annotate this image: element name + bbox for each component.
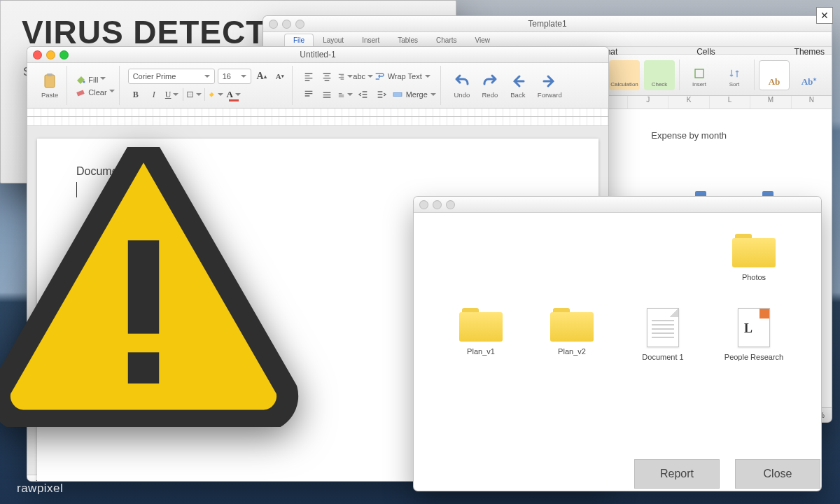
underline-button[interactable]: U xyxy=(164,87,180,102)
align-top-button[interactable] xyxy=(301,87,316,102)
wordproc-title: Untitled-1 xyxy=(27,50,608,59)
col-header[interactable]: N xyxy=(791,96,832,108)
close-icon[interactable]: ✕ xyxy=(816,7,833,24)
paste-button[interactable]: Paste xyxy=(37,69,62,102)
spreadsheet-menubar: File Layout Insert Tables Charts View xyxy=(263,32,832,47)
undo-button[interactable]: Undo xyxy=(449,69,475,102)
ruler[interactable] xyxy=(27,108,608,126)
check-button[interactable]: Check xyxy=(644,60,675,90)
document-heading: Document 1 xyxy=(76,165,559,178)
folder-item[interactable]: Photos xyxy=(715,234,792,281)
col-header[interactable]: L xyxy=(709,96,750,108)
file-browser-window: PhotosPlan_v1Plan_v2Document 1LPeople Re… xyxy=(413,196,822,491)
col-header[interactable]: J xyxy=(627,96,668,108)
report-button[interactable]: Report xyxy=(634,459,720,489)
spreadsheet-title: Template1 xyxy=(263,19,832,29)
window-minimize-icon[interactable] xyxy=(433,200,442,209)
svg-rect-3 xyxy=(47,74,52,76)
svg-rect-5 xyxy=(77,90,85,96)
file-label: People Research xyxy=(724,353,783,361)
ab-theme-button[interactable]: Ab xyxy=(759,60,790,90)
file-label: Document 1 xyxy=(642,353,683,361)
file-label: Plan_v1 xyxy=(467,347,495,356)
svg-rect-2 xyxy=(45,75,55,88)
col-header[interactable]: M xyxy=(750,96,790,108)
file-grid: PhotosPlan_v1Plan_v2Document 1LPeople Re… xyxy=(414,213,821,382)
italic-button[interactable]: I xyxy=(146,87,162,102)
folder-icon xyxy=(732,234,776,267)
border-button[interactable] xyxy=(186,87,202,102)
tab-charts[interactable]: Charts xyxy=(427,34,465,46)
font-theme-button[interactable]: Ab✶ xyxy=(794,60,825,90)
close-button[interactable]: Close xyxy=(735,459,820,489)
document-icon xyxy=(647,308,679,347)
tab-file[interactable]: File xyxy=(284,34,314,46)
col-header[interactable]: K xyxy=(668,96,708,108)
tab-tables[interactable]: Tables xyxy=(388,34,427,46)
tab-insert[interactable]: Insert xyxy=(353,34,388,46)
align-middle-button[interactable] xyxy=(319,87,335,102)
window-minimize-icon[interactable] xyxy=(46,50,55,59)
merge-button[interactable]: Merge xyxy=(392,87,436,102)
document-item[interactable]: Document 1 xyxy=(624,308,701,361)
insert-cell-button[interactable]: Insert xyxy=(684,60,715,90)
eraser-icon xyxy=(76,87,85,97)
shrink-font-button[interactable]: A▾ xyxy=(272,69,288,84)
redo-button[interactable]: Redo xyxy=(477,69,503,102)
folder-icon xyxy=(550,308,594,342)
caption-cells: Cells xyxy=(696,47,715,54)
document-icon: L xyxy=(738,308,770,347)
spreadsheet-titlebar[interactable]: Template1 xyxy=(263,16,832,32)
align-left-button[interactable] xyxy=(301,69,316,84)
svg-rect-0 xyxy=(695,69,704,78)
clear-button[interactable]: Clear xyxy=(88,88,114,97)
document-item[interactable]: LPeople Research xyxy=(715,308,792,361)
caption-themes: Themes xyxy=(794,47,825,54)
indent-right-button[interactable] xyxy=(374,87,389,102)
align-center-button[interactable] xyxy=(319,69,335,84)
file-label: Photos xyxy=(742,273,766,281)
back-button[interactable]: Back xyxy=(505,69,531,102)
forward-button[interactable]: Forward xyxy=(533,69,566,102)
paint-bucket-icon xyxy=(76,74,85,84)
calculation-button[interactable]: Calculation xyxy=(609,60,640,90)
sort-button[interactable]: Sort xyxy=(719,60,750,90)
window-zoom-icon[interactable] xyxy=(295,20,304,29)
font-name-select[interactable]: Corier Prime xyxy=(128,69,215,84)
window-minimize-icon[interactable] xyxy=(282,20,291,29)
indent-left-button[interactable] xyxy=(356,87,371,102)
window-close-icon[interactable] xyxy=(269,20,278,29)
file-browser-titlebar[interactable] xyxy=(414,197,821,213)
folder-icon xyxy=(459,308,503,342)
window-zoom-icon[interactable] xyxy=(59,50,69,59)
grow-font-button[interactable]: A▴ xyxy=(254,69,270,84)
window-close-icon[interactable] xyxy=(33,50,42,59)
align-bottom-button[interactable] xyxy=(337,87,353,102)
text-cursor xyxy=(76,182,77,197)
align-right-button[interactable] xyxy=(337,69,353,84)
folder-item[interactable]: Plan_v1 xyxy=(442,308,519,356)
chart-title: Expense by month xyxy=(651,130,727,141)
ribbon: Paste Fill Clear Corier Prime 16 A▴ A▾ B xyxy=(27,63,608,108)
tab-layout[interactable]: Layout xyxy=(314,34,353,46)
window-close-icon[interactable] xyxy=(419,200,428,209)
window-zoom-icon[interactable] xyxy=(446,200,455,209)
font-size-select[interactable]: 16 xyxy=(218,69,251,84)
wrap-text-button[interactable]: Wrap Text xyxy=(374,69,430,84)
fill-button[interactable]: Fill xyxy=(88,75,106,84)
svg-point-4 xyxy=(83,81,85,83)
font-color-button[interactable]: A xyxy=(226,87,241,102)
fill-color-button[interactable] xyxy=(208,87,223,102)
wordproc-titlebar[interactable]: Untitled-1 xyxy=(27,47,608,63)
file-label: Plan_v2 xyxy=(558,347,586,356)
watermark: rawpixel xyxy=(17,482,63,496)
bold-button[interactable]: B xyxy=(128,87,144,102)
abc-button[interactable]: abc xyxy=(356,69,371,84)
folder-item[interactable]: Plan_v2 xyxy=(533,308,610,356)
tab-view[interactable]: View xyxy=(466,34,500,46)
svg-rect-7 xyxy=(393,92,402,96)
